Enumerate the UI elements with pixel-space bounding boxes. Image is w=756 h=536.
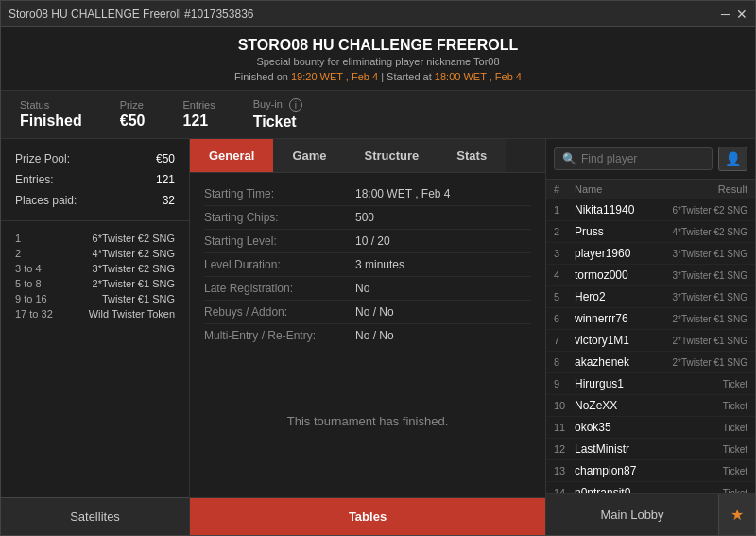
places-paid-row: Places paid: 32 <box>15 190 175 211</box>
main-window: Storo08 HU CHALLENGE Freeroll #101735383… <box>0 0 756 536</box>
player-name: Hirurgus1 <box>575 377 672 390</box>
col-header-name: Name <box>575 183 672 195</box>
list-item[interactable]: 10 NoZeXX Ticket <box>546 395 755 417</box>
prize-stat: Prize €50 <box>120 99 146 130</box>
field-label: Starting Time: <box>204 187 355 200</box>
player-rank: 11 <box>554 422 575 433</box>
list-item[interactable]: 1 Nikita11940 6*Twister €2 SNG <box>546 199 755 221</box>
info-row: Starting Level:10 / 20 <box>204 230 531 253</box>
list-item[interactable]: 13 champion87 Ticket <box>546 460 755 482</box>
tab-general[interactable]: General <box>190 139 273 172</box>
player-result: 6*Twister €2 SNG <box>672 204 747 216</box>
tab-structure[interactable]: Structure <box>346 139 438 172</box>
status-label: Status <box>20 99 82 111</box>
center-panel: General Game Structure Stats Starting Ti… <box>190 139 545 535</box>
list-item[interactable]: 9 Hirurgus1 Ticket <box>546 373 755 395</box>
started-label: Started at <box>387 71 432 82</box>
title-bar: Storo08 HU CHALLENGE Freeroll #101735383… <box>1 1 755 27</box>
prize-value: €50 <box>120 112 146 130</box>
player-name: LastMinistr <box>575 442 672 456</box>
status-stat: Status Finished <box>20 99 82 130</box>
prize-label: Prize <box>120 99 146 111</box>
list-item[interactable]: 11 okok35 Ticket <box>546 417 755 439</box>
player-name: tormoz000 <box>575 268 672 282</box>
prize-info: Prize Pool: €50 Entries: 121 Places paid… <box>1 139 189 221</box>
place-label: 2 <box>15 248 21 259</box>
info-row: Rebuys / Addon:No / No <box>204 301 531 324</box>
entries-label: Entries <box>182 99 215 111</box>
player-name: NoZeXX <box>575 399 672 412</box>
minimize-button[interactable]: ─ <box>721 8 730 21</box>
player-result: 4*Twister €2 SNG <box>672 226 747 238</box>
finished-message: This tournament has finished. <box>190 345 545 497</box>
player-rank: 3 <box>554 248 575 259</box>
player-result: Ticket <box>672 487 747 493</box>
player-name: n0ntransit0 <box>575 486 672 493</box>
player-name: akazhenek <box>575 355 672 369</box>
player-name: Pruss <box>575 225 672 238</box>
main-lobby-row: Main Lobby ★ <box>546 493 755 535</box>
place-label: 1 <box>15 233 21 244</box>
list-item[interactable]: 12 LastMinistr Ticket <box>546 439 755 460</box>
field-label: Level Duration: <box>204 258 355 271</box>
list-item[interactable]: 6 winnerrr76 2*Twister €1 SNG <box>546 308 755 330</box>
buyin-info-icon[interactable]: i <box>289 98 302 112</box>
search-row: 🔍 👤 <box>546 139 755 180</box>
player-rank: 2 <box>554 226 575 237</box>
add-player-button[interactable]: 👤 <box>718 147 747 171</box>
list-item[interactable]: 8 akazhenek 2*Twister €1 SNG <box>546 352 755 373</box>
stats-bar: Status Finished Prize €50 Entries 121 Bu… <box>1 91 755 139</box>
prize-pool-label: Prize Pool: <box>15 152 70 165</box>
prize-value: 4*Twister €2 SNG <box>93 248 175 259</box>
search-input[interactable] <box>581 152 704 165</box>
col-header-num: # <box>554 183 575 195</box>
search-icon: 🔍 <box>562 152 576 165</box>
bottom-buttons: Tables <box>190 497 545 535</box>
place-label: 3 to 4 <box>15 263 42 274</box>
close-button[interactable]: ✕ <box>736 8 747 21</box>
tab-game[interactable]: Game <box>273 139 345 172</box>
player-name: Hero2 <box>575 290 672 303</box>
list-item[interactable]: 7 victory1M1 2*Twister €1 SNG <box>546 330 755 352</box>
started-time: 18:00 WET , Feb 4 <box>435 71 522 82</box>
list-item[interactable]: 4 tormoz000 3*Twister €1 SNG <box>546 265 755 286</box>
tournament-header: STORO08 HU CHALLENGE FREEROLL Special bo… <box>1 27 755 91</box>
list-item[interactable]: 14 n0ntransit0 Ticket <box>546 482 755 493</box>
list-item[interactable]: 2 Pruss 4*Twister €2 SNG <box>546 221 755 243</box>
favorite-button[interactable]: ★ <box>718 494 755 535</box>
title-bar-controls: ─ ✕ <box>721 8 747 21</box>
prize-dist-row: 5 to 82*Twister €1 SNG <box>15 276 175 291</box>
prize-value: 3*Twister €2 SNG <box>93 263 175 274</box>
places-paid-label: Places paid: <box>15 194 77 207</box>
field-value: 500 <box>355 211 374 224</box>
player-rank: 13 <box>554 465 575 476</box>
entries-row: Entries: 121 <box>15 169 175 190</box>
prize-value: 2*Twister €1 SNG <box>93 278 175 289</box>
finished-time: 19:20 WET , Feb 4 <box>291 71 378 82</box>
player-list: 1 Nikita11940 6*Twister €2 SNG 2 Pruss 4… <box>546 199 755 493</box>
player-rank: 14 <box>554 487 575 493</box>
field-label: Starting Level: <box>204 234 355 248</box>
place-label: 17 to 32 <box>15 308 53 320</box>
player-result: Ticket <box>672 422 747 434</box>
status-value: Finished <box>20 112 82 130</box>
prize-value: Twister €1 SNG <box>102 293 175 304</box>
field-value: 18:00 WET , Feb 4 <box>355 187 451 200</box>
player-result: 2*Twister €1 SNG <box>672 335 747 347</box>
buyin-value: Ticket <box>253 113 302 130</box>
list-item[interactable]: 3 player1960 3*Twister €1 SNG <box>546 243 755 265</box>
satellites-button[interactable]: Satellites <box>1 497 189 535</box>
info-row: Starting Time:18:00 WET , Feb 4 <box>204 182 531 206</box>
places-paid-value: 32 <box>163 194 175 207</box>
field-value: No <box>355 282 369 295</box>
player-result: Ticket <box>672 465 747 477</box>
tab-stats[interactable]: Stats <box>438 139 506 172</box>
prize-dist-row: 3 to 43*Twister €2 SNG <box>15 261 175 276</box>
title-bar-text: Storo08 HU CHALLENGE Freeroll #101735383… <box>9 8 253 21</box>
field-label: Rebuys / Addon: <box>204 305 355 319</box>
main-lobby-button[interactable]: Main Lobby <box>546 494 718 535</box>
tables-button[interactable]: Tables <box>190 498 545 535</box>
info-row: Late Registration:No <box>204 277 531 301</box>
player-result: Ticket <box>672 378 747 390</box>
list-item[interactable]: 5 Hero2 3*Twister €1 SNG <box>546 286 755 308</box>
